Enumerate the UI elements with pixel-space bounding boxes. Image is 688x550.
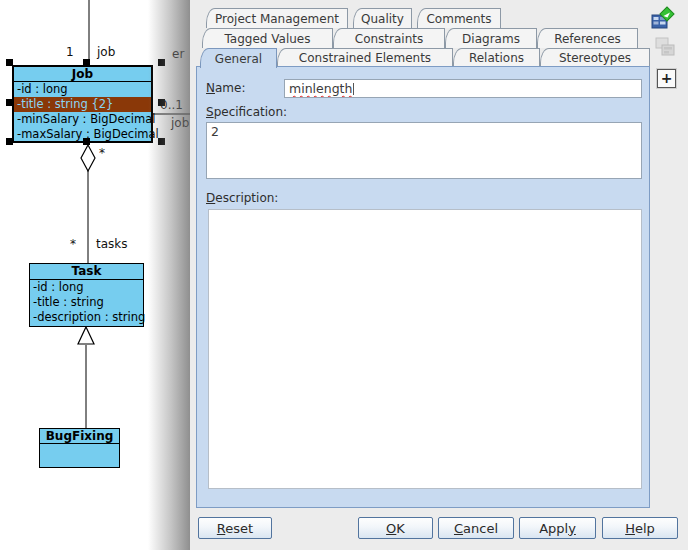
- tab-label: Diagrams: [462, 32, 520, 46]
- tab-diagrams[interactable]: Diagrams: [445, 28, 537, 48]
- name-label: Name:: [206, 81, 245, 95]
- specification-label: Specification:: [206, 105, 287, 119]
- assoc-right-partial-label: er: [172, 47, 184, 61]
- specification-textarea[interactable]: 2: [206, 122, 642, 179]
- selection-handle[interactable]: [6, 138, 13, 145]
- attribute-row[interactable]: -id : long: [14, 82, 151, 97]
- specification-value: 2: [211, 124, 219, 139]
- class-job-name: Job: [14, 67, 151, 82]
- attribute-row[interactable]: -description : string: [30, 310, 143, 325]
- attribute-row[interactable]: -minSalary : BigDecimal: [14, 112, 151, 127]
- name-input[interactable]: minlength: [284, 79, 642, 98]
- assoc-right-role: job: [171, 116, 189, 130]
- assoc-top-role: job: [97, 45, 115, 59]
- uml-diagram-canvas[interactable]: 1 job er 0..1 job * * tasks Job -id : lo…: [0, 0, 190, 550]
- cancel-button[interactable]: Cancel: [438, 517, 514, 539]
- attribute-row[interactable]: -title : string: [30, 295, 143, 310]
- tab-label: Comments: [426, 12, 491, 26]
- class-bugfixing[interactable]: BugFixing: [39, 428, 120, 468]
- plus-icon: +: [661, 70, 673, 86]
- tab-relations[interactable]: Relations: [453, 48, 540, 66]
- tab-label: Relations: [469, 51, 524, 65]
- tab-quality[interactable]: Quality: [353, 8, 412, 28]
- tab-label: Project Management: [215, 12, 339, 26]
- tab-tagged-values[interactable]: Tagged Values: [202, 28, 333, 48]
- tab-label: References: [554, 32, 621, 46]
- general-tab-panel: Name: minlength Specification: 2 Descrip…: [196, 66, 650, 508]
- description-label: Description:: [206, 191, 278, 205]
- attribute-row-selected[interactable]: -title : string {2}: [14, 97, 151, 112]
- copy-disabled-icon: [653, 36, 677, 58]
- tab-label: Tagged Values: [225, 32, 311, 46]
- expand-button[interactable]: +: [657, 69, 676, 88]
- tab-constraints[interactable]: Constraints: [333, 28, 445, 48]
- assoc-top-multiplicity: 1: [66, 45, 74, 59]
- selection-handle[interactable]: [6, 99, 13, 106]
- new-value-icon[interactable]: [650, 5, 676, 31]
- tab-label: Quality: [361, 12, 404, 26]
- application-window: 1 job er 0..1 job * * tasks Job -id : lo…: [0, 0, 688, 550]
- tab-label: Stereotypes: [559, 51, 631, 65]
- selection-handle[interactable]: [6, 59, 13, 66]
- tab-project-management[interactable]: Project Management: [206, 8, 348, 28]
- tasks-role: tasks: [96, 237, 128, 251]
- apply-button[interactable]: Apply: [519, 517, 596, 539]
- help-button[interactable]: Help: [602, 517, 678, 539]
- class-bugfixing-name: BugFixing: [40, 429, 119, 444]
- attribute-row[interactable]: -id : long: [30, 280, 143, 295]
- selection-handle[interactable]: [83, 59, 90, 66]
- aggregation-diamond-icon: [81, 145, 95, 171]
- tab-row-1: Project Management Quality Comments: [190, 8, 688, 28]
- tab-comments[interactable]: Comments: [417, 8, 501, 28]
- class-job[interactable]: Job -id : long -title : string {2} -minS…: [12, 65, 153, 143]
- class-task-name: Task: [30, 264, 143, 280]
- name-value: minlength: [289, 81, 352, 96]
- class-task[interactable]: Task -id : long -title : string -descrip…: [29, 263, 144, 327]
- tab-label: Constrained Elements: [299, 51, 431, 65]
- generalization-arrow-icon: [78, 327, 94, 344]
- tab-row-3: General Constrained Elements Relations S…: [190, 48, 688, 66]
- tab-row-2: Tagged Values Constraints Diagrams Refer…: [190, 28, 688, 48]
- tab-label: Constraints: [355, 32, 423, 46]
- selection-handle[interactable]: [158, 99, 165, 106]
- description-textarea[interactable]: [208, 209, 642, 489]
- properties-panel: Project Management Quality Comments Tagg…: [190, 0, 688, 550]
- ok-button[interactable]: OK: [358, 517, 433, 539]
- text-caret: [353, 83, 354, 95]
- selection-handle[interactable]: [158, 138, 165, 145]
- reset-button[interactable]: Reset: [198, 517, 272, 539]
- tab-stereotypes[interactable]: Stereotypes: [540, 48, 650, 66]
- tab-label: General: [215, 52, 262, 66]
- selection-handle[interactable]: [158, 59, 165, 66]
- aggregation-multiplicity: *: [99, 146, 105, 160]
- tasks-multiplicity: *: [70, 237, 76, 251]
- tab-general[interactable]: General: [200, 48, 277, 68]
- selection-handle[interactable]: [83, 138, 90, 145]
- tab-constrained-elements[interactable]: Constrained Elements: [277, 48, 453, 66]
- tab-references[interactable]: References: [537, 28, 638, 48]
